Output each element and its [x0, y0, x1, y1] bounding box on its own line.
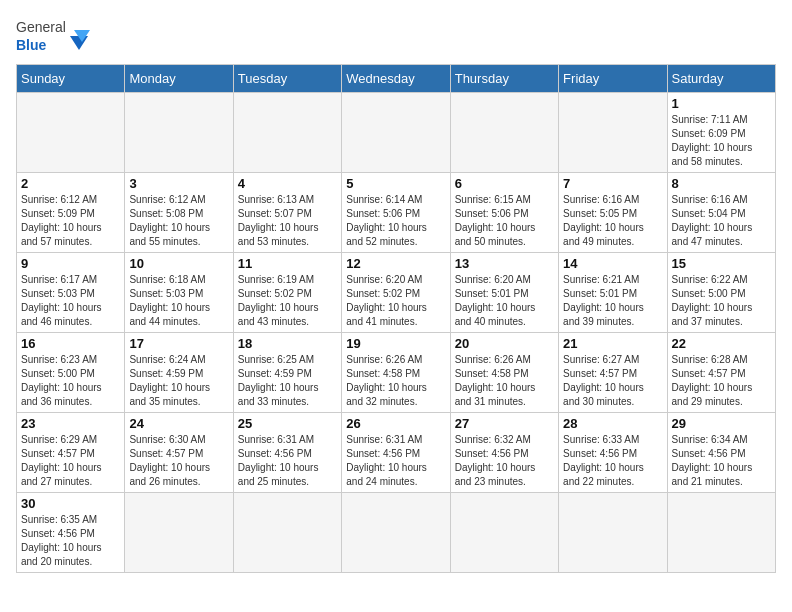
calendar-cell: [450, 93, 558, 173]
day-info: Sunrise: 6:31 AM Sunset: 4:56 PM Dayligh…: [346, 433, 445, 489]
day-number: 2: [21, 176, 120, 191]
day-info: Sunrise: 6:21 AM Sunset: 5:01 PM Dayligh…: [563, 273, 662, 329]
calendar-cell: 3Sunrise: 6:12 AM Sunset: 5:08 PM Daylig…: [125, 173, 233, 253]
logo: General Blue: [16, 16, 96, 56]
calendar-cell: 22Sunrise: 6:28 AM Sunset: 4:57 PM Dayli…: [667, 333, 775, 413]
calendar-header-tuesday: Tuesday: [233, 65, 341, 93]
day-info: Sunrise: 6:20 AM Sunset: 5:02 PM Dayligh…: [346, 273, 445, 329]
day-info: Sunrise: 6:12 AM Sunset: 5:08 PM Dayligh…: [129, 193, 228, 249]
page-header: General Blue: [16, 16, 776, 56]
day-number: 26: [346, 416, 445, 431]
day-info: Sunrise: 6:34 AM Sunset: 4:56 PM Dayligh…: [672, 433, 771, 489]
day-info: Sunrise: 6:32 AM Sunset: 4:56 PM Dayligh…: [455, 433, 554, 489]
calendar-cell: 27Sunrise: 6:32 AM Sunset: 4:56 PM Dayli…: [450, 413, 558, 493]
day-info: Sunrise: 6:23 AM Sunset: 5:00 PM Dayligh…: [21, 353, 120, 409]
day-number: 13: [455, 256, 554, 271]
calendar-week-row: 2Sunrise: 6:12 AM Sunset: 5:09 PM Daylig…: [17, 173, 776, 253]
day-info: Sunrise: 6:29 AM Sunset: 4:57 PM Dayligh…: [21, 433, 120, 489]
day-number: 8: [672, 176, 771, 191]
day-number: 22: [672, 336, 771, 351]
day-number: 10: [129, 256, 228, 271]
calendar-cell: 5Sunrise: 6:14 AM Sunset: 5:06 PM Daylig…: [342, 173, 450, 253]
day-number: 16: [21, 336, 120, 351]
day-info: Sunrise: 6:25 AM Sunset: 4:59 PM Dayligh…: [238, 353, 337, 409]
svg-text:General: General: [16, 19, 66, 35]
day-number: 14: [563, 256, 662, 271]
calendar-cell: [125, 493, 233, 573]
day-number: 28: [563, 416, 662, 431]
calendar-week-row: 1Sunrise: 7:11 AM Sunset: 6:09 PM Daylig…: [17, 93, 776, 173]
calendar-cell: [342, 93, 450, 173]
calendar-cell: 2Sunrise: 6:12 AM Sunset: 5:09 PM Daylig…: [17, 173, 125, 253]
calendar-cell: 17Sunrise: 6:24 AM Sunset: 4:59 PM Dayli…: [125, 333, 233, 413]
day-info: Sunrise: 6:18 AM Sunset: 5:03 PM Dayligh…: [129, 273, 228, 329]
day-number: 18: [238, 336, 337, 351]
calendar-cell: 30Sunrise: 6:35 AM Sunset: 4:56 PM Dayli…: [17, 493, 125, 573]
calendar-cell: 11Sunrise: 6:19 AM Sunset: 5:02 PM Dayli…: [233, 253, 341, 333]
calendar-week-row: 16Sunrise: 6:23 AM Sunset: 5:00 PM Dayli…: [17, 333, 776, 413]
calendar-header-monday: Monday: [125, 65, 233, 93]
day-number: 21: [563, 336, 662, 351]
calendar-cell: 6Sunrise: 6:15 AM Sunset: 5:06 PM Daylig…: [450, 173, 558, 253]
calendar-cell: 16Sunrise: 6:23 AM Sunset: 5:00 PM Dayli…: [17, 333, 125, 413]
calendar-week-row: 30Sunrise: 6:35 AM Sunset: 4:56 PM Dayli…: [17, 493, 776, 573]
svg-marker-1: [70, 36, 88, 50]
generalblue-logo: General Blue: [16, 16, 96, 56]
calendar-cell: [450, 493, 558, 573]
calendar-cell: [667, 493, 775, 573]
day-number: 4: [238, 176, 337, 191]
day-info: Sunrise: 6:33 AM Sunset: 4:56 PM Dayligh…: [563, 433, 662, 489]
calendar-cell: 7Sunrise: 6:16 AM Sunset: 5:05 PM Daylig…: [559, 173, 667, 253]
calendar-cell: 9Sunrise: 6:17 AM Sunset: 5:03 PM Daylig…: [17, 253, 125, 333]
day-number: 19: [346, 336, 445, 351]
day-number: 30: [21, 496, 120, 511]
calendar-cell: [559, 93, 667, 173]
svg-text:Blue: Blue: [16, 37, 47, 53]
day-info: Sunrise: 6:35 AM Sunset: 4:56 PM Dayligh…: [21, 513, 120, 569]
calendar-header-friday: Friday: [559, 65, 667, 93]
calendar-cell: [125, 93, 233, 173]
day-info: Sunrise: 6:31 AM Sunset: 4:56 PM Dayligh…: [238, 433, 337, 489]
calendar-cell: 21Sunrise: 6:27 AM Sunset: 4:57 PM Dayli…: [559, 333, 667, 413]
day-info: Sunrise: 6:28 AM Sunset: 4:57 PM Dayligh…: [672, 353, 771, 409]
day-number: 3: [129, 176, 228, 191]
calendar-cell: 26Sunrise: 6:31 AM Sunset: 4:56 PM Dayli…: [342, 413, 450, 493]
day-info: Sunrise: 6:16 AM Sunset: 5:05 PM Dayligh…: [563, 193, 662, 249]
calendar-cell: [233, 93, 341, 173]
calendar-cell: 4Sunrise: 6:13 AM Sunset: 5:07 PM Daylig…: [233, 173, 341, 253]
calendar-header-row: SundayMondayTuesdayWednesdayThursdayFrid…: [17, 65, 776, 93]
calendar-cell: [233, 493, 341, 573]
day-number: 25: [238, 416, 337, 431]
calendar-table: SundayMondayTuesdayWednesdayThursdayFrid…: [16, 64, 776, 573]
day-info: Sunrise: 6:16 AM Sunset: 5:04 PM Dayligh…: [672, 193, 771, 249]
day-info: Sunrise: 6:27 AM Sunset: 4:57 PM Dayligh…: [563, 353, 662, 409]
day-number: 27: [455, 416, 554, 431]
calendar-cell: 28Sunrise: 6:33 AM Sunset: 4:56 PM Dayli…: [559, 413, 667, 493]
calendar-cell: [559, 493, 667, 573]
day-info: Sunrise: 6:22 AM Sunset: 5:00 PM Dayligh…: [672, 273, 771, 329]
day-number: 29: [672, 416, 771, 431]
calendar-header-wednesday: Wednesday: [342, 65, 450, 93]
day-info: Sunrise: 6:19 AM Sunset: 5:02 PM Dayligh…: [238, 273, 337, 329]
calendar-cell: 1Sunrise: 7:11 AM Sunset: 6:09 PM Daylig…: [667, 93, 775, 173]
day-info: Sunrise: 6:26 AM Sunset: 4:58 PM Dayligh…: [455, 353, 554, 409]
calendar-cell: 23Sunrise: 6:29 AM Sunset: 4:57 PM Dayli…: [17, 413, 125, 493]
calendar-cell: 24Sunrise: 6:30 AM Sunset: 4:57 PM Dayli…: [125, 413, 233, 493]
day-number: 9: [21, 256, 120, 271]
calendar-week-row: 9Sunrise: 6:17 AM Sunset: 5:03 PM Daylig…: [17, 253, 776, 333]
calendar-cell: 25Sunrise: 6:31 AM Sunset: 4:56 PM Dayli…: [233, 413, 341, 493]
day-info: Sunrise: 6:30 AM Sunset: 4:57 PM Dayligh…: [129, 433, 228, 489]
day-info: Sunrise: 6:26 AM Sunset: 4:58 PM Dayligh…: [346, 353, 445, 409]
day-number: 11: [238, 256, 337, 271]
day-info: Sunrise: 6:13 AM Sunset: 5:07 PM Dayligh…: [238, 193, 337, 249]
day-info: Sunrise: 6:14 AM Sunset: 5:06 PM Dayligh…: [346, 193, 445, 249]
calendar-cell: 19Sunrise: 6:26 AM Sunset: 4:58 PM Dayli…: [342, 333, 450, 413]
calendar-cell: 20Sunrise: 6:26 AM Sunset: 4:58 PM Dayli…: [450, 333, 558, 413]
day-info: Sunrise: 6:20 AM Sunset: 5:01 PM Dayligh…: [455, 273, 554, 329]
calendar-cell: 18Sunrise: 6:25 AM Sunset: 4:59 PM Dayli…: [233, 333, 341, 413]
calendar-header-sunday: Sunday: [17, 65, 125, 93]
day-info: Sunrise: 7:11 AM Sunset: 6:09 PM Dayligh…: [672, 113, 771, 169]
day-number: 17: [129, 336, 228, 351]
calendar-header-thursday: Thursday: [450, 65, 558, 93]
calendar-header-saturday: Saturday: [667, 65, 775, 93]
